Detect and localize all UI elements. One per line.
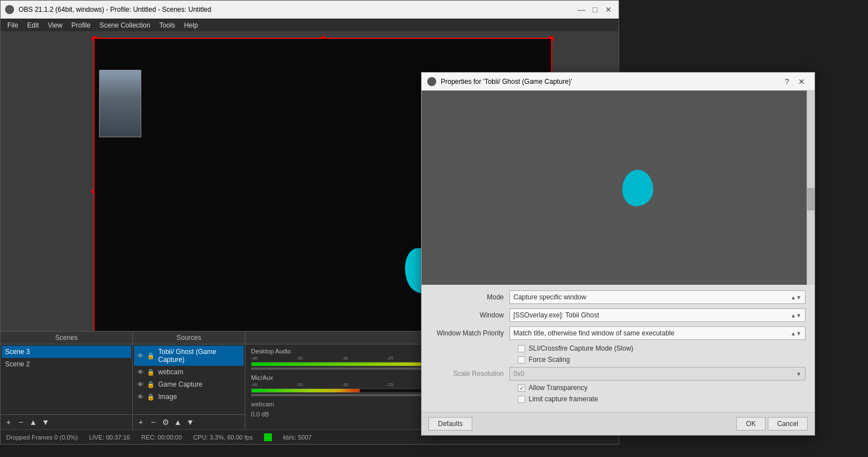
menu-tools[interactable]: Tools — [155, 20, 180, 30]
sources-down-button[interactable]: ▼ — [185, 416, 196, 428]
match-priority-value: Match title, otherwise find window of sa… — [513, 329, 674, 337]
limit-framerate-row: Limit capture framerate — [431, 395, 806, 403]
match-priority-select[interactable]: Match title, otherwise find window of sa… — [509, 326, 806, 340]
match-priority-row: Window Match Priority Match title, other… — [431, 326, 806, 340]
menu-scene-collection[interactable]: Scene Collection — [95, 20, 155, 30]
sources-panel-header: Sources — [133, 331, 245, 344]
sources-panel: Sources 👁 🔒 Tobii/ Ghost (Game Capture) … — [133, 331, 245, 429]
sli-crossfire-row: SLI/Crossfire Capture Mode (Slow) — [431, 344, 806, 352]
scrollbar-thumb — [807, 188, 815, 210]
scene-item-2[interactable]: Scene 2 — [2, 358, 131, 370]
close-button[interactable]: ✕ — [603, 4, 614, 15]
scenes-down-button[interactable]: ▼ — [40, 416, 51, 428]
source-item-image[interactable]: 👁 🔒 Image — [134, 391, 244, 403]
eye-icon-webcam: 👁 — [137, 369, 144, 375]
rec-status: REC: 00:00:00 — [141, 434, 182, 441]
limit-framerate-text: Limit capture framerate — [529, 395, 598, 403]
force-scaling-text: Force Scaling — [529, 356, 570, 364]
stream-active-indicator — [264, 433, 272, 441]
source-item-webcam[interactable]: 👁 🔒 webcam — [134, 366, 244, 378]
scale-resolution-label: Scale Resolution — [431, 370, 509, 378]
eye-icon-game: 👁 — [137, 381, 144, 388]
scale-resolution-select: 0x0 ▼ — [509, 367, 806, 380]
sources-add-button[interactable]: + — [135, 416, 146, 428]
scenes-panel: Scenes Scene 3 Scene 2 + − ▲ ▼ — [1, 331, 133, 429]
lock-icon-tobii: 🔒 — [147, 352, 155, 360]
mic-aux-fill — [252, 389, 360, 392]
force-scaling-checkbox[interactable] — [518, 356, 525, 364]
dialog-help-button[interactable]: ? — [780, 74, 794, 89]
window-select[interactable]: [SSOverlay.exe]: Tobii Ghost ▲▼ — [509, 308, 806, 322]
scene-name-2: Scene 2 — [5, 360, 30, 368]
title-bar: OBS 21.1.2 (64bit, windows) - Profile: U… — [1, 1, 619, 19]
match-priority-label: Window Match Priority — [431, 329, 509, 337]
kbs-status: kb/s: 5007 — [283, 434, 312, 441]
scenes-add-button[interactable]: + — [3, 416, 14, 428]
allow-transparency-label: ✓ Allow Transparency — [518, 384, 588, 392]
force-scaling-label: Force Scaling — [518, 356, 570, 364]
menu-file[interactable]: File — [3, 20, 23, 30]
dialog-footer: Defaults OK Cancel — [422, 412, 815, 435]
scenes-list: Scene 3 Scene 2 — [1, 344, 132, 414]
scale-resolution-row: Scale Resolution 0x0 ▼ — [431, 367, 806, 380]
source-item-game-capture[interactable]: 👁 🔒 Game Capture — [134, 378, 244, 391]
window-select-arrow: ▲▼ — [790, 312, 802, 319]
cancel-button[interactable]: Cancel — [768, 417, 808, 431]
source-name-image: Image — [158, 393, 177, 401]
mode-value: Capture specific window — [513, 293, 586, 301]
ok-button[interactable]: OK — [736, 417, 765, 431]
sources-up-button[interactable]: ▲ — [172, 416, 184, 428]
menu-help[interactable]: Help — [180, 20, 203, 30]
menu-profile[interactable]: Profile — [67, 20, 95, 30]
menu-edit[interactable]: Edit — [23, 20, 43, 30]
lock-icon-image: 🔒 — [147, 393, 155, 401]
dialog-title: Properties for 'Tobii/ Ghost (Game Captu… — [441, 78, 780, 86]
scene-name-3: Scene 3 — [5, 348, 30, 356]
menu-view[interactable]: View — [43, 20, 67, 30]
sli-crossfire-label: SLI/Crossfire Capture Mode (Slow) — [518, 344, 633, 352]
allow-transparency-checkbox[interactable]: ✓ — [518, 384, 525, 392]
checkbox-check-transparency: ✓ — [520, 385, 524, 391]
window-title: OBS 21.1.2 (64bit, windows) - Profile: U… — [19, 6, 576, 14]
scenes-up-button[interactable]: ▲ — [28, 416, 39, 428]
dialog-close-button[interactable]: ✕ — [794, 74, 809, 89]
mode-label: Mode — [431, 293, 509, 301]
dialog-ok-cancel: OK Cancel — [736, 417, 808, 431]
dialog-cyan-blob — [622, 169, 653, 206]
maximize-button[interactable]: □ — [589, 4, 601, 15]
scale-res-arrow: ▼ — [796, 371, 802, 377]
match-priority-arrow: ▲▼ — [790, 330, 802, 337]
source-name-tobii: Tobii/ Ghost (Game Capture) — [158, 348, 240, 364]
obs-icon — [5, 5, 14, 14]
lock-icon-game: 🔒 — [147, 381, 155, 388]
scenes-remove-button[interactable]: − — [15, 416, 26, 428]
minimize-button[interactable]: — — [576, 4, 587, 15]
live-status: LIVE: 00:37:16 — [89, 434, 130, 441]
lock-icon-webcam: 🔒 — [147, 369, 155, 376]
source-name-game: Game Capture — [158, 380, 203, 388]
window-row: Window [SSOverlay.exe]: Tobii Ghost ▲▼ — [431, 308, 806, 322]
cpu-status: CPU: 3.3%, 60.00 fps — [193, 434, 253, 441]
dialog-controls: Mode Capture specific window ▲▼ Window [… — [422, 285, 815, 412]
mode-select-arrow: ▲▼ — [790, 294, 802, 301]
mode-select[interactable]: Capture specific window ▲▼ — [509, 290, 806, 304]
properties-dialog: Properties for 'Tobii/ Ghost (Game Captu… — [421, 72, 815, 436]
window-label: Window — [431, 311, 509, 319]
scale-resolution-value: 0x0 — [513, 370, 524, 378]
sources-toolbar: + − ⚙ ▲ ▼ — [133, 414, 245, 429]
eye-icon-image: 👁 — [137, 393, 144, 400]
defaults-button[interactable]: Defaults — [428, 417, 472, 431]
window-value: [SSOverlay.exe]: Tobii Ghost — [513, 311, 599, 319]
sli-crossfire-checkbox[interactable] — [518, 345, 525, 352]
force-scaling-row: Force Scaling — [431, 356, 806, 364]
source-item-tobii[interactable]: 👁 🔒 Tobii/ Ghost (Game Capture) — [134, 346, 244, 366]
dialog-scrollbar[interactable] — [807, 91, 815, 285]
mode-row: Mode Capture specific window ▲▼ — [431, 290, 806, 304]
allow-transparency-text: Allow Transparency — [529, 384, 588, 392]
limit-framerate-checkbox[interactable] — [518, 396, 525, 403]
sources-remove-button[interactable]: − — [147, 416, 159, 428]
scene-item-3[interactable]: Scene 3 — [2, 346, 131, 358]
eye-icon-tobii: 👁 — [137, 352, 144, 359]
sources-settings-button[interactable]: ⚙ — [160, 416, 171, 428]
dropped-frames-status: Dropped Frames 0 (0.0%) — [6, 434, 78, 441]
